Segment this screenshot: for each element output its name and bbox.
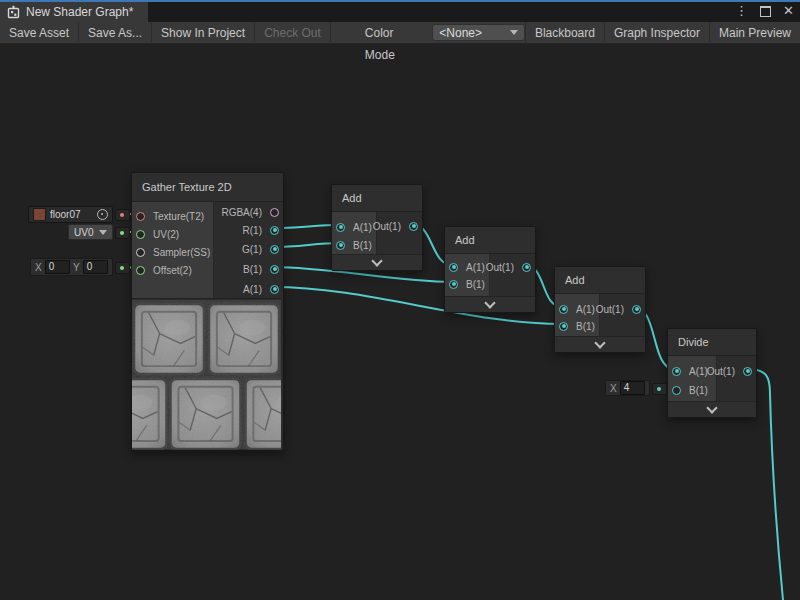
port-label: B(1): [353, 240, 372, 251]
port-label: RGBA(4): [221, 207, 262, 218]
offset-x-input[interactable]: 0: [45, 260, 70, 274]
port-label: Sampler(SS): [153, 247, 210, 258]
port-sampler-input[interactable]: [136, 248, 145, 257]
port-a-output[interactable]: [270, 285, 279, 294]
node-gather-texture-2d[interactable]: Gather Texture 2D Texture(T2) UV(2) Samp…: [131, 172, 284, 451]
port-offset-input[interactable]: [136, 266, 145, 275]
port-b-input[interactable]: [672, 386, 681, 395]
texture-connector-stub[interactable]: [115, 209, 130, 221]
port-label: B(1): [576, 321, 595, 332]
node-title[interactable]: Add: [555, 267, 645, 294]
x-axis-label: X: [610, 383, 617, 394]
port-out-output[interactable]: [743, 367, 752, 376]
texture-object-field[interactable]: floor07: [28, 206, 113, 223]
port-label: B(1): [243, 264, 262, 275]
port-uv-input[interactable]: [136, 230, 145, 239]
node-divide[interactable]: Divide A(1) B(1) Out(1): [667, 328, 757, 418]
port-texture-input[interactable]: [136, 212, 145, 221]
offset-y-input[interactable]: 0: [83, 260, 108, 274]
port-rgba-output[interactable]: [270, 208, 279, 217]
port-b-input[interactable]: [559, 322, 568, 331]
node-title[interactable]: Add: [445, 227, 535, 254]
port-label: Out(1): [486, 262, 514, 273]
port-r-output[interactable]: [270, 226, 279, 235]
port-out-output[interactable]: [522, 263, 531, 272]
port-a-input[interactable]: [559, 305, 568, 314]
collapse-chevron-icon: [484, 297, 495, 308]
node-add-2[interactable]: Add A(1) B(1) Out(1): [444, 226, 536, 313]
input-column: Texture(T2) UV(2) Sampler(SS) Offset(2): [132, 202, 214, 298]
collapse-chevron-icon: [594, 337, 605, 348]
port-label: A(1): [353, 222, 372, 233]
port-label: B(1): [689, 385, 708, 396]
port-a-input[interactable]: [449, 263, 458, 272]
y-axis-label: Y: [73, 262, 80, 273]
texture-swatch: [33, 208, 46, 221]
port-label: A(1): [689, 366, 708, 377]
uv-channel-value: UV0: [74, 227, 93, 238]
node-add-1[interactable]: Add A(1) B(1) Out(1): [331, 184, 423, 271]
output-column: RGBA(4) R(1) G(1) B(1) A(1): [214, 202, 283, 298]
offset-vector2-field: X 0 Y 0: [30, 258, 113, 276]
wire-layer: [0, 0, 800, 600]
collapse-chevron-icon: [371, 255, 382, 266]
uv-connector-stub[interactable]: [115, 227, 130, 239]
port-label: R(1): [243, 225, 262, 236]
node-collapse-bar[interactable]: [668, 401, 756, 417]
collapse-chevron-icon: [706, 402, 717, 413]
node-collapse-bar[interactable]: [555, 336, 645, 352]
port-out-output[interactable]: [632, 305, 641, 314]
node-add-3[interactable]: Add A(1) B(1) Out(1): [554, 266, 646, 353]
texture-preview: [132, 298, 281, 450]
port-label: A(1): [576, 304, 595, 315]
port-a-input[interactable]: [336, 223, 345, 232]
port-a-input[interactable]: [672, 367, 681, 376]
node-title[interactable]: Gather Texture 2D: [132, 173, 283, 202]
node-title[interactable]: Add: [332, 185, 422, 212]
port-label: Texture(T2): [153, 211, 204, 222]
offset-connector-stub[interactable]: [115, 262, 130, 274]
port-label: B(1): [466, 279, 485, 290]
port-label: UV(2): [153, 229, 179, 240]
shader-graph-window: New Shader Graph* ⋮ ✕ Save Asset Save As…: [0, 0, 800, 600]
port-b-input[interactable]: [449, 280, 458, 289]
divisor-x-input[interactable]: 4: [620, 381, 645, 395]
port-label: Out(1): [707, 366, 735, 377]
node-title[interactable]: Divide: [668, 329, 756, 356]
port-label: Offset(2): [153, 265, 192, 276]
x-axis-label: X: [35, 262, 42, 273]
uv-channel-dropdown[interactable]: UV0: [68, 224, 113, 240]
object-picker-icon[interactable]: [97, 209, 108, 220]
port-label: Out(1): [596, 304, 624, 315]
port-b-output[interactable]: [270, 265, 279, 274]
port-label: A(1): [243, 284, 262, 295]
node-collapse-bar[interactable]: [445, 296, 535, 312]
port-b-input[interactable]: [336, 241, 345, 250]
node-collapse-bar[interactable]: [332, 254, 422, 270]
port-label: Out(1): [373, 221, 401, 232]
port-g-output[interactable]: [270, 245, 279, 254]
divisor-connector-stub[interactable]: [652, 383, 667, 395]
port-out-output[interactable]: [409, 222, 418, 231]
dropdown-arrow-icon: [99, 230, 107, 235]
texture-field-value: floor07: [50, 209, 81, 220]
port-label: A(1): [466, 262, 485, 273]
divisor-value-field: X 4: [605, 380, 650, 396]
port-label: G(1): [242, 244, 262, 255]
